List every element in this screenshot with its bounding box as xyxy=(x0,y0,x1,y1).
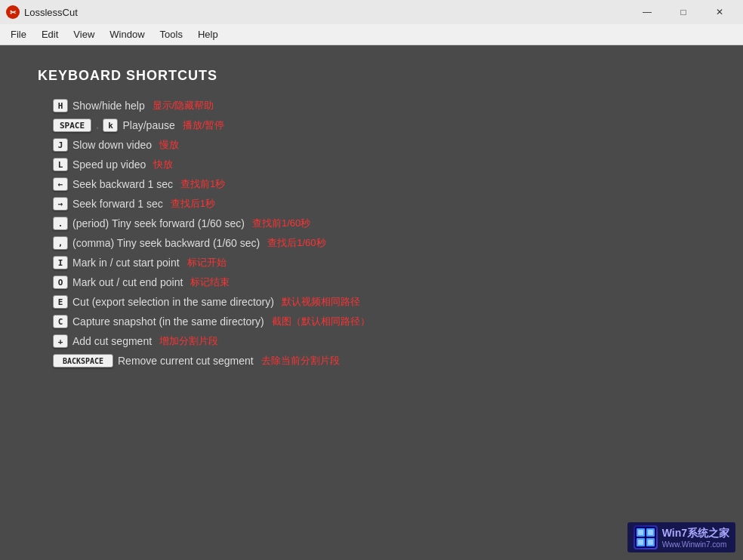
shortcut-chinese: 增加分割片段 xyxy=(159,334,218,348)
list-item: H Show/hide help 显示/隐藏帮助 xyxy=(53,99,705,112)
shortcut-chinese: 查找后1秒 xyxy=(171,197,215,211)
watermark-brand: Win7系统之家 xyxy=(662,527,729,540)
shortcut-chinese: 截图（默认相同路径） xyxy=(272,315,370,328)
menu-tools[interactable]: Tools xyxy=(153,26,190,43)
key-left: ← xyxy=(53,177,68,191)
watermark-logo-icon xyxy=(634,525,658,549)
menu-view[interactable]: View xyxy=(66,26,102,43)
minimize-button[interactable]: — xyxy=(630,0,664,24)
maximize-button[interactable]: □ xyxy=(666,0,701,24)
shortcut-label: Add cut segment xyxy=(72,335,152,347)
separator: , xyxy=(96,120,98,131)
list-item: J Slow down video 慢放 xyxy=(53,138,705,152)
key-right: → xyxy=(53,197,68,211)
svg-rect-7 xyxy=(638,540,643,545)
shortcut-label: Remove current cut segment xyxy=(118,355,254,367)
title-bar: ✂ LosslessCut — □ ✕ xyxy=(0,0,743,24)
key-e: E xyxy=(53,295,68,309)
menu-bar: File Edit View Window Tools Help xyxy=(0,24,743,45)
shortcuts-title: KEYBOARD SHORTCUTS xyxy=(38,68,705,84)
shortcut-chinese: 查找后1/60秒 xyxy=(267,236,325,250)
svg-rect-8 xyxy=(648,540,653,545)
key-period: . xyxy=(53,217,68,230)
key-backspace: BACKSPACE xyxy=(53,354,113,368)
key-plus: + xyxy=(53,334,68,348)
shortcut-label: (comma) Tiny seek backward (1/60 sec) xyxy=(72,237,260,249)
shortcut-chinese: 播放/暂停 xyxy=(183,118,225,132)
key-comma: , xyxy=(53,236,68,250)
key-space: SPACE xyxy=(53,118,91,132)
menu-edit[interactable]: Edit xyxy=(34,26,66,43)
main-content: KEYBOARD SHORTCUTS H Show/hide help 显示/隐… xyxy=(0,45,743,560)
list-item: + Add cut segment 增加分割片段 xyxy=(53,334,705,348)
svg-rect-6 xyxy=(648,530,653,535)
shortcut-label: Show/hide help xyxy=(72,100,145,112)
list-item: . (period) Tiny seek forward (1/60 sec) … xyxy=(53,217,705,230)
key-h: H xyxy=(53,99,68,112)
shortcut-chinese: 慢放 xyxy=(159,138,179,152)
list-item: C Capture snapshot (in the same director… xyxy=(53,315,705,328)
shortcut-label: Play/pause xyxy=(122,119,174,131)
app-icon: ✂ xyxy=(6,5,20,19)
watermark: Win7系统之家 Www.Winwin7.com xyxy=(627,522,735,552)
shortcuts-list: H Show/hide help 显示/隐藏帮助 SPACE , k Play/… xyxy=(38,99,705,368)
list-item: , (comma) Tiny seek backward (1/60 sec) … xyxy=(53,236,705,250)
watermark-text: Win7系统之家 Www.Winwin7.com xyxy=(662,527,729,549)
watermark-url: Www.Winwin7.com xyxy=(662,540,729,549)
key-l: L xyxy=(53,158,68,171)
shortcut-chinese: 默认视频相同路径 xyxy=(282,295,360,309)
app-title: LosslessCut xyxy=(24,7,630,18)
key-k: k xyxy=(103,118,118,132)
shortcut-label: Speed up video xyxy=(72,158,146,171)
list-item: E Cut (export selection in the same dire… xyxy=(53,295,705,309)
key-o: O xyxy=(53,275,68,289)
key-j: J xyxy=(53,138,68,152)
shortcut-chinese: 标记结束 xyxy=(190,275,230,289)
list-item: BACKSPACE Remove current cut segment 去除当… xyxy=(53,354,705,368)
list-item: L Speed up video 快放 xyxy=(53,158,705,171)
list-item: SPACE , k Play/pause 播放/暂停 xyxy=(53,118,705,132)
menu-file[interactable]: File xyxy=(3,26,34,43)
key-i: I xyxy=(53,256,68,269)
list-item: → Seek forward 1 sec 查找后1秒 xyxy=(53,197,705,211)
menu-window[interactable]: Window xyxy=(102,26,152,43)
list-item: I Mark in / cut start point 标记开始 xyxy=(53,256,705,269)
list-item: O Mark out / cut end point 标记结束 xyxy=(53,275,705,289)
shortcut-chinese: 查找前1秒 xyxy=(180,177,225,191)
shortcut-label: Slow down video xyxy=(72,139,152,151)
svg-rect-5 xyxy=(638,530,643,535)
shortcut-label: Seek forward 1 sec xyxy=(72,198,163,210)
window-controls: — □ ✕ xyxy=(630,0,737,24)
shortcut-label: Seek backward 1 sec xyxy=(72,178,173,190)
shortcut-label: (period) Tiny seek forward (1/60 sec) xyxy=(72,217,245,229)
shortcut-chinese: 查找前1/60秒 xyxy=(252,217,310,230)
shortcut-label: Cut (export selection in the same direct… xyxy=(72,296,274,308)
shortcut-label: Capture snapshot (in the same directory) xyxy=(72,315,264,328)
shortcut-label: Mark out / cut end point xyxy=(72,276,183,288)
close-button[interactable]: ✕ xyxy=(702,0,737,24)
menu-help[interactable]: Help xyxy=(190,26,226,43)
shortcut-chinese: 快放 xyxy=(153,158,173,171)
shortcut-label: Mark in / cut start point xyxy=(72,257,180,269)
list-item: ← Seek backward 1 sec 查找前1秒 xyxy=(53,177,705,191)
shortcut-chinese: 标记开始 xyxy=(187,256,227,269)
shortcut-chinese: 去除当前分割片段 xyxy=(261,354,340,368)
shortcut-chinese: 显示/隐藏帮助 xyxy=(153,99,214,112)
key-c: C xyxy=(53,315,68,328)
